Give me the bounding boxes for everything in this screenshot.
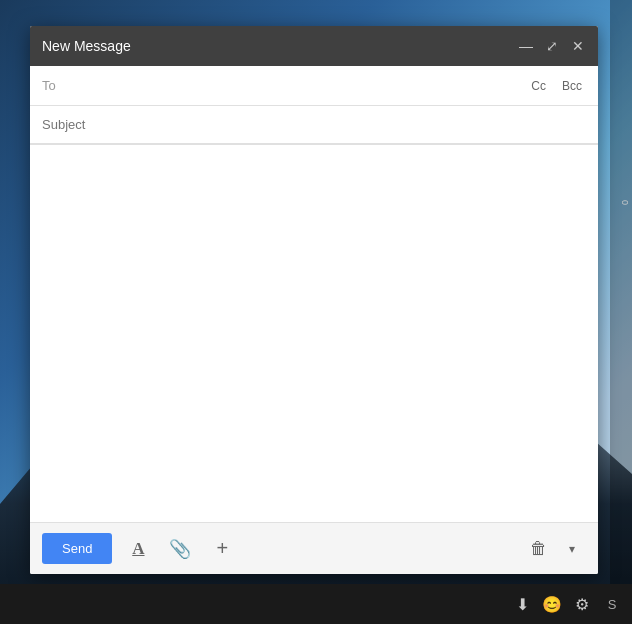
minimize-button[interactable]: — (518, 38, 534, 54)
format-text-button[interactable]: A (122, 533, 154, 565)
to-field-row: To Cc Bcc (30, 66, 598, 106)
notification-icon[interactable]: S (600, 592, 624, 616)
restore-button[interactable]: ⤢ (544, 38, 560, 54)
window-title: New Message (42, 38, 131, 54)
compose-footer: Send A 📎 + 🗑 ▾ (30, 522, 598, 574)
sidebar-right: 0 (610, 0, 632, 584)
trash-icon: 🗑 (530, 539, 547, 559)
more-options-button[interactable]: ▾ (558, 533, 586, 565)
window-titlebar: New Message — ⤢ ✕ (30, 26, 598, 66)
chevron-down-icon: ▾ (569, 542, 575, 556)
taskbar: ⬇ 😊 ⚙ S (0, 584, 632, 624)
download-icon[interactable]: ⬇ (510, 592, 534, 616)
emoji-icon[interactable]: 😊 (540, 592, 564, 616)
send-button[interactable]: Send (42, 533, 112, 564)
sidebar-label: 0 (620, 200, 630, 205)
subject-input[interactable] (42, 117, 586, 132)
compose-fields: To Cc Bcc (30, 66, 598, 145)
to-label: To (42, 78, 72, 93)
close-button[interactable]: ✕ (570, 38, 586, 54)
more-insert-button[interactable]: + (206, 533, 238, 565)
subject-field-row (30, 106, 598, 144)
compose-window: New Message — ⤢ ✕ To Cc Bcc Send A 📎 (30, 26, 598, 574)
attach-file-button[interactable]: 📎 (164, 533, 196, 565)
body-textarea[interactable] (30, 145, 598, 522)
copyright-text: ©2 (32, 170, 46, 182)
format-text-icon: A (132, 539, 144, 559)
to-input[interactable] (72, 78, 527, 93)
settings-icon[interactable]: ⚙ (570, 592, 594, 616)
cc-button[interactable]: Cc (527, 77, 550, 95)
delete-button[interactable]: 🗑 (522, 533, 554, 565)
compose-body (30, 145, 598, 522)
attach-icon: 📎 (169, 538, 191, 560)
window-controls: — ⤢ ✕ (518, 38, 586, 54)
footer-right-actions: 🗑 ▾ (522, 533, 586, 565)
cc-bcc-actions: Cc Bcc (527, 77, 586, 95)
bcc-button[interactable]: Bcc (558, 77, 586, 95)
plus-icon: + (217, 537, 229, 560)
